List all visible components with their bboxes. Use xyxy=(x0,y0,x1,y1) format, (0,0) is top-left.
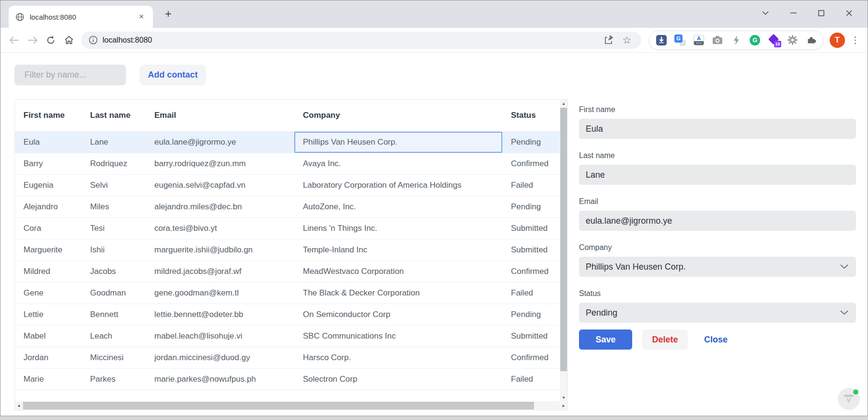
close-button[interactable]: Close xyxy=(701,334,730,345)
column-header-status[interactable]: Status xyxy=(502,111,560,120)
cell-status[interactable]: Failed xyxy=(502,283,560,304)
vertical-scrollbar[interactable]: ▲ ▼ xyxy=(560,100,567,401)
table-row[interactable]: BarryRodriquezbarry.rodriquez@zun.mmAvay… xyxy=(15,153,560,174)
cell-company[interactable]: Laboratory Corporation of America Holdin… xyxy=(294,175,502,196)
cell-email[interactable]: alejandro.miles@dec.bn xyxy=(146,196,294,217)
input-tools-extension-icon[interactable]: A xyxy=(693,34,705,46)
cell-company[interactable]: On Semiconductor Corp xyxy=(294,304,502,325)
cell-first-name[interactable]: Lettie xyxy=(15,304,81,325)
cell-status[interactable]: Submitted xyxy=(502,239,560,261)
table-row[interactable]: JordanMiccinesijordan.miccinesi@duod.gyH… xyxy=(15,347,560,368)
cell-company[interactable]: SBC Communications Inc xyxy=(294,326,502,347)
profile-avatar[interactable]: T xyxy=(830,33,845,48)
cell-last-name[interactable]: Bennett xyxy=(81,304,146,325)
site-info-icon[interactable] xyxy=(89,35,98,45)
window-chevron-down-icon[interactable] xyxy=(752,0,779,25)
cell-company[interactable]: AutoZone, Inc. xyxy=(294,196,502,217)
table-row[interactable]: LettieBennettlettie.bennett@odeter.bbOn … xyxy=(15,304,560,325)
cell-email[interactable]: jordan.miccinesi@duod.gy xyxy=(146,347,294,368)
add-contact-button[interactable]: Add contact xyxy=(139,65,206,85)
education-extension-icon[interactable]: 15 xyxy=(768,34,779,46)
home-icon[interactable] xyxy=(60,31,78,49)
table-row[interactable]: MabelLeachmabel.leach@lisohuje.viSBC Com… xyxy=(15,325,560,347)
cell-first-name[interactable]: Mildred xyxy=(15,261,81,282)
cell-email[interactable]: gene.goodman@kem.tl xyxy=(146,283,294,304)
cell-email[interactable]: marie.parkes@nowufpus.ph xyxy=(146,369,294,390)
reload-icon[interactable] xyxy=(42,31,60,49)
new-tab-button[interactable]: + xyxy=(162,7,175,21)
cell-company[interactable]: Linens 'n Things Inc. xyxy=(294,218,502,239)
cell-email[interactable]: marguerite.ishii@judbilo.gn xyxy=(146,239,294,261)
cell-first-name[interactable]: Marie xyxy=(15,369,81,390)
share-icon[interactable] xyxy=(602,34,615,47)
cell-email[interactable]: eula.lane@jigrormo.ye xyxy=(146,132,294,153)
horizontal-scroll-thumb[interactable] xyxy=(23,402,534,409)
company-select[interactable]: Phillips Van Heusen Corp. xyxy=(579,257,856,277)
vaadin-assistant-badge[interactable]: v xyxy=(838,388,860,410)
cell-first-name[interactable]: Mabel xyxy=(15,326,81,347)
email-input[interactable] xyxy=(579,211,856,231)
extensions-puzzle-icon[interactable] xyxy=(805,34,817,46)
cell-company[interactable]: Phillips Van Heusen Corp. xyxy=(294,132,502,153)
filter-input[interactable] xyxy=(14,65,126,85)
cell-company[interactable]: Solectron Corp xyxy=(294,369,502,390)
table-row[interactable]: MargueriteIshiimarguerite.ishii@judbilo.… xyxy=(15,239,560,261)
scroll-up-icon[interactable]: ▲ xyxy=(560,100,567,107)
cell-company[interactable]: MeadWestvaco Corporation xyxy=(294,261,502,282)
cell-last-name[interactable]: Goodman xyxy=(81,283,146,304)
cell-status[interactable]: Submitted xyxy=(502,218,560,239)
back-icon[interactable] xyxy=(5,31,23,49)
url-text[interactable]: localhost:8080 xyxy=(103,36,597,45)
cell-email[interactable]: barry.rodriquez@zun.mm xyxy=(146,153,294,174)
screenshot-camera-extension-icon[interactable] xyxy=(712,34,723,46)
tab-close-icon[interactable]: × xyxy=(137,12,146,22)
cell-email[interactable]: mildred.jacobs@joraf.wf xyxy=(146,261,294,282)
cell-last-name[interactable]: Miles xyxy=(81,196,146,217)
cell-status[interactable]: Confirmed xyxy=(502,153,560,174)
table-row[interactable]: EugeniaSelvieugenia.selvi@capfad.vnLabor… xyxy=(15,174,560,196)
cell-first-name[interactable]: Alejandro xyxy=(15,196,81,217)
column-header-email[interactable]: Email xyxy=(146,111,294,120)
cell-last-name[interactable]: Selvi xyxy=(81,175,146,196)
cell-status[interactable]: Pending xyxy=(502,304,560,325)
forward-icon[interactable] xyxy=(23,31,42,49)
cell-first-name[interactable]: Barry xyxy=(15,153,81,174)
column-header-last-name[interactable]: Last name xyxy=(81,111,146,120)
cell-status[interactable]: Pending xyxy=(502,132,560,153)
browser-tab[interactable]: localhost:8080 × xyxy=(9,6,153,28)
bookmark-star-icon[interactable]: ☆ xyxy=(620,34,634,47)
horizontal-scrollbar[interactable]: ◄ ► xyxy=(15,401,567,410)
cell-last-name[interactable]: Ishii xyxy=(81,239,146,261)
table-row[interactable]: GeneGoodmangene.goodman@kem.tlThe Black … xyxy=(15,282,560,304)
table-row[interactable]: EulaLaneeula.lane@jigrormo.yePhillips Va… xyxy=(15,131,560,153)
cell-email[interactable]: lettie.bennett@odeter.bb xyxy=(146,304,294,325)
cell-status[interactable]: Failed xyxy=(502,175,560,196)
cell-last-name[interactable]: Miccinesi xyxy=(81,347,146,368)
cell-email[interactable]: eugenia.selvi@capfad.vn xyxy=(146,175,294,196)
column-header-company[interactable]: Company xyxy=(294,111,502,120)
cell-company[interactable]: The Black & Decker Corporation xyxy=(294,283,502,304)
cell-first-name[interactable]: Eugenia xyxy=(15,175,81,196)
cell-first-name[interactable]: Marguerite xyxy=(15,239,81,261)
window-close-button[interactable] xyxy=(835,0,863,25)
delete-button[interactable]: Delete xyxy=(642,329,688,350)
settings-gear-extension-icon[interactable] xyxy=(787,34,798,46)
scroll-right-icon[interactable]: ► xyxy=(560,401,567,410)
table-row[interactable]: CoraTesicora.tesi@bivo.ytLinens 'n Thing… xyxy=(15,217,560,239)
cell-last-name[interactable]: Parkes xyxy=(81,369,146,390)
cell-first-name[interactable]: Gene xyxy=(15,283,81,304)
cell-status[interactable]: Confirmed xyxy=(502,347,560,368)
cell-status[interactable]: Submitted xyxy=(502,326,560,347)
table-row[interactable]: MildredJacobsmildred.jacobs@joraf.wfMead… xyxy=(15,261,560,282)
column-header-first-name[interactable]: First name xyxy=(15,111,81,120)
last-name-input[interactable] xyxy=(579,165,856,185)
first-name-input[interactable] xyxy=(579,119,856,139)
scroll-left-icon[interactable]: ◄ xyxy=(15,401,23,410)
status-select[interactable]: Pending xyxy=(579,303,856,323)
cell-last-name[interactable]: Leach xyxy=(81,326,146,347)
address-bar[interactable]: localhost:8080 ☆ xyxy=(81,32,641,49)
lightning-extension-icon[interactable] xyxy=(730,34,742,46)
cell-email[interactable]: mabel.leach@lisohuje.vi xyxy=(146,326,294,347)
cell-first-name[interactable]: Eula xyxy=(15,132,81,153)
save-button[interactable]: Save xyxy=(579,329,632,350)
